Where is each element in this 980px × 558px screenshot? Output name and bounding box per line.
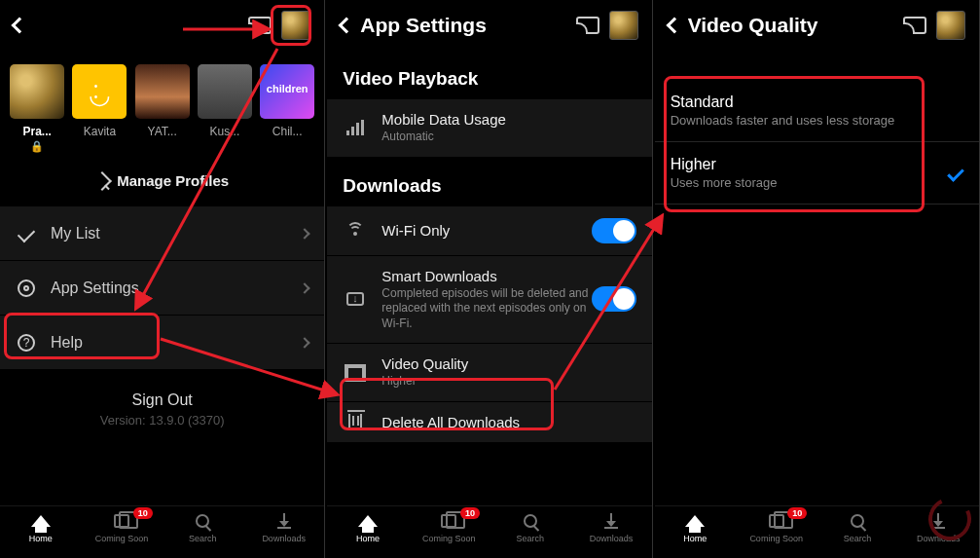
download-icon — [273, 510, 295, 532]
setting-smart-downloads[interactable]: Smart Downloads Completed episodes will … — [327, 256, 651, 345]
profile-avatar-icon — [10, 64, 64, 119]
smart-download-icon — [343, 292, 368, 306]
nav-home[interactable]: Home — [327, 510, 408, 558]
quality-standard[interactable]: Standard Downloads faster and uses less … — [655, 80, 979, 142]
profile-item[interactable]: YAT... — [133, 64, 192, 153]
cast-icon[interactable] — [248, 17, 272, 34]
home-icon — [30, 510, 52, 532]
menu-label: Help — [51, 334, 83, 352]
setting-title: Video Quality — [381, 355, 635, 372]
profile-label: Chil... — [258, 125, 316, 138]
avatar[interactable] — [281, 11, 310, 40]
menu-app-settings[interactable]: App Settings — [0, 261, 324, 316]
back-icon[interactable] — [666, 18, 682, 34]
wifi-only-toggle[interactable] — [592, 218, 636, 243]
profile-avatar-icon — [260, 64, 314, 119]
search-icon — [520, 510, 541, 532]
profile-item[interactable]: Chil... — [258, 64, 316, 153]
nav-label: Coming Soon — [749, 534, 803, 543]
bottom-nav: Home 10 Coming Soon Search Downloads — [327, 505, 651, 558]
header: Video Quality — [655, 0, 979, 51]
smart-download-toggle[interactable] — [592, 286, 636, 312]
profile-avatar-icon — [135, 64, 190, 119]
nav-label: Home — [29, 534, 53, 543]
setting-mobile-data[interactable]: Mobile Data Usage Automatic — [327, 99, 651, 158]
setting-sub: Higher — [381, 374, 635, 390]
option-sub: Uses more storage — [671, 175, 963, 190]
video-quality-icon — [343, 366, 368, 380]
lock-icon: 🔒 — [8, 140, 66, 153]
account-footer: Sign Out Version: 13.9.0 (3370) — [0, 370, 324, 437]
stack-icon — [111, 510, 132, 532]
version-label: Version: 13.9.0 (3370) — [0, 413, 324, 428]
profile-label: Pra... — [8, 125, 66, 138]
nav-downloads[interactable]: Downloads — [243, 510, 324, 558]
page-title: Video Quality — [688, 14, 818, 37]
setting-video-quality[interactable]: Video Quality Higher — [327, 344, 651, 402]
help-icon: ? — [16, 334, 37, 352]
nav-label: Home — [683, 534, 707, 543]
chevron-right-icon — [300, 337, 310, 348]
home-icon — [357, 510, 379, 532]
menu-my-list[interactable]: My List — [0, 206, 324, 261]
manage-label: Manage Profiles — [117, 172, 229, 189]
menu-help[interactable]: ? Help — [0, 316, 324, 370]
setting-title: Mobile Data Usage — [381, 111, 635, 128]
bottom-nav: Home 10 Coming Soon Search Downloads — [0, 505, 324, 558]
nav-label: Downloads — [590, 534, 634, 543]
section-downloads: Downloads — [327, 158, 651, 206]
nav-label: Coming Soon — [422, 534, 476, 543]
profile-item[interactable]: Pra... 🔒 — [8, 64, 66, 153]
setting-title: Smart Downloads — [381, 268, 591, 284]
search-icon — [847, 510, 868, 532]
back-icon[interactable] — [12, 18, 28, 34]
avatar[interactable] — [936, 11, 965, 40]
cast-icon[interactable] — [576, 17, 599, 34]
account-menu: My List App Settings ? Help — [0, 206, 324, 370]
quality-higher[interactable]: Higher Uses more storage — [655, 142, 979, 205]
menu-label: App Settings — [51, 279, 139, 297]
sign-out-button[interactable]: Sign Out — [0, 391, 324, 409]
back-icon[interactable] — [339, 18, 355, 34]
setting-sub: Automatic — [381, 130, 635, 145]
setting-title: Delete All Downloads — [381, 414, 635, 430]
setting-wifi-only[interactable]: Wi-Fi Only — [327, 206, 651, 256]
badge: 10 — [460, 507, 480, 519]
profile-item[interactable]: Kus... — [196, 64, 254, 153]
chevron-right-icon — [300, 282, 310, 293]
trash-icon — [343, 414, 368, 429]
option-title: Higher — [671, 156, 963, 173]
option-sub: Downloads faster and uses less storage — [671, 113, 963, 128]
profile-item[interactable]: Kavita — [70, 64, 128, 153]
stack-icon — [438, 510, 459, 532]
setting-sub: Completed episodes will be deleted and r… — [381, 286, 591, 332]
profile-row: Pra... 🔒 Kavita YAT... Kus... Chil... — [0, 51, 324, 157]
profile-label: YAT... — [133, 125, 192, 138]
nav-label: Downloads — [262, 534, 306, 543]
nav-label: Coming Soon — [95, 534, 149, 543]
pencil-icon — [92, 171, 112, 191]
setting-delete-downloads[interactable]: Delete All Downloads — [327, 402, 651, 443]
chevron-right-icon — [300, 228, 310, 239]
nav-label: Search — [516, 534, 544, 543]
screen-app-settings: App Settings Video Playback Mobile Data … — [327, 0, 652, 558]
nav-home[interactable]: Home — [0, 510, 81, 558]
cast-icon[interactable] — [903, 17, 926, 34]
screen-profile: Pra... 🔒 Kavita YAT... Kus... Chil... Ma… — [0, 0, 325, 558]
signal-icon — [343, 120, 368, 135]
manage-profiles-button[interactable]: Manage Profiles — [0, 157, 324, 206]
profile-label: Kus... — [196, 125, 254, 138]
nav-downloads[interactable]: Downloads — [570, 510, 651, 558]
nav-coming-soon[interactable]: 10 Coming Soon — [736, 510, 817, 558]
nav-search[interactable]: Search — [817, 510, 897, 558]
download-icon — [600, 510, 622, 532]
section-video-playback: Video Playback — [327, 51, 651, 99]
nav-coming-soon[interactable]: 10 Coming Soon — [81, 510, 162, 558]
nav-search[interactable]: Search — [490, 510, 570, 558]
avatar[interactable] — [609, 11, 638, 40]
nav-search[interactable]: Search — [163, 510, 243, 558]
nav-coming-soon[interactable]: 10 Coming Soon — [409, 510, 490, 558]
header — [0, 0, 324, 51]
nav-home[interactable]: Home — [655, 510, 736, 558]
profile-avatar-icon — [72, 64, 127, 119]
